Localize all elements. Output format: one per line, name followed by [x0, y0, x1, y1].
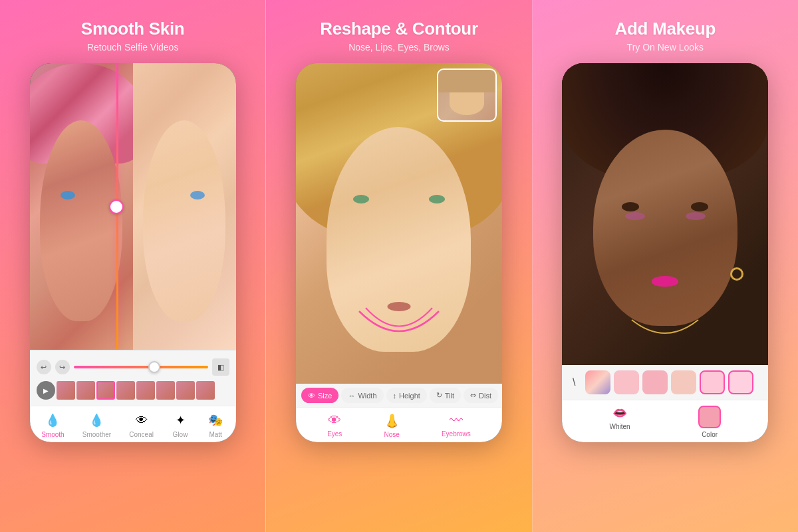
eyes-label: Eyes [327, 430, 342, 438]
gradient-swatch[interactable] [585, 370, 610, 394]
nose-tool[interactable]: 👃 Nose [384, 413, 400, 438]
face-parts-toolbar: 👁 Eyes 👃 Nose 〰 Eyebrows [296, 407, 502, 442]
panel-3-title: Add Makeup [615, 19, 716, 39]
tilt-button[interactable]: ↻ Tilt [430, 388, 461, 403]
face-area-2: ▶ [296, 63, 502, 384]
redo-button[interactable]: ↪ [55, 360, 70, 374]
inset-skin [450, 92, 484, 115]
phone-2-screen: ▶ 👁 Size ↔ Wi [296, 63, 502, 442]
film-frame[interactable] [156, 381, 175, 400]
eyeshadow-left [625, 212, 645, 220]
peach-swatch[interactable] [671, 370, 696, 394]
eyebrows-tool[interactable]: 〰 Eyebrows [442, 413, 471, 438]
dark-skin-face [593, 130, 737, 326]
undo-button[interactable]: ↩ [37, 360, 51, 374]
skin-right [143, 120, 225, 321]
face-right-edited [133, 63, 236, 350]
panel-1-subtitle: Retouch Selfie Videos [87, 42, 179, 53]
film-frame[interactable] [116, 381, 135, 400]
eye-icon: 👁 [308, 392, 315, 400]
tool-conceal[interactable]: 👁 Conceal [129, 412, 154, 438]
color-label: Color [702, 431, 718, 438]
lips-icon: 👄 [612, 406, 627, 420]
tool-smooth[interactable]: 💧 Smooth [41, 412, 64, 438]
film-frame[interactable] [176, 381, 195, 400]
panel-1-title: Smooth Skin [81, 19, 185, 39]
smooth-label: Smooth [41, 431, 64, 438]
split-handle[interactable] [109, 200, 124, 214]
nose-icon: 👃 [384, 413, 400, 429]
dist-icon: ⇔ [470, 391, 476, 400]
phone-1: ↩ ↪ ◧ ▶ [30, 63, 236, 442]
tool-matt[interactable]: 🎭 Matt [207, 412, 224, 438]
phone-1-screen: ↩ ↪ ◧ ▶ [30, 63, 236, 442]
nose-label: Nose [384, 431, 399, 438]
film-frame[interactable] [196, 381, 215, 400]
panel-2-subtitle: Nose, Lips, Eyes, Brows [348, 42, 450, 53]
tool-glow[interactable]: ✦ Glow [172, 412, 189, 438]
eyes-icon: 👁 [328, 413, 341, 428]
eyebrows-label: Eyebrows [442, 430, 471, 438]
matt-icon: 🎭 [207, 412, 224, 429]
contour-curve [346, 305, 452, 358]
glow-icon: ✦ [172, 412, 189, 429]
slider-thumb[interactable] [148, 361, 160, 373]
dist-button[interactable]: ⇔ Dist [464, 388, 498, 403]
inset-hair [438, 70, 495, 92]
compare-button[interactable]: ◧ [212, 358, 229, 376]
film-frame[interactable] [96, 381, 115, 400]
phone-3: ▶ \ [562, 63, 768, 442]
smoother-icon: 💧 [88, 412, 105, 429]
panel-3-subtitle: Try On New Looks [627, 42, 704, 53]
right-eye [190, 191, 205, 200]
eyes-tool[interactable]: 👁 Eyes [327, 413, 342, 438]
necklace-curve [625, 317, 705, 350]
eyeshadow-right [686, 212, 706, 220]
hoop-earring [730, 267, 743, 281]
height-icon: ↕ [393, 392, 397, 400]
panel-add-makeup: Add Makeup Try On New Looks [533, 0, 798, 532]
lips-with-makeup [652, 276, 678, 287]
play-button[interactable]: ▶ [37, 381, 55, 400]
smoother-label: Smoother [82, 431, 111, 438]
face-area-1 [30, 63, 236, 350]
film-frame[interactable] [136, 381, 155, 400]
whiten-label: Whiten [610, 423, 630, 430]
dark-eye-right [691, 202, 708, 211]
selected-swatch[interactable] [700, 370, 725, 394]
height-button[interactable]: ↕ Height [386, 388, 427, 403]
film-frame[interactable] [57, 381, 75, 400]
active-swatch[interactable] [728, 370, 753, 394]
left-eye [61, 191, 75, 200]
face-3-bg [562, 63, 768, 365]
reshape-toolbar: 👁 Size ↔ Width ↕ Height ↻ Tilt ⇔ Dist [296, 384, 502, 407]
adjustment-slider[interactable] [74, 366, 208, 368]
panel-2-title: Reshape & Contour [320, 19, 478, 39]
pink-med-swatch[interactable] [642, 370, 668, 394]
girl-right-eye [429, 195, 445, 203]
glow-label: Glow [173, 431, 188, 438]
width-button[interactable]: ↔ Width [341, 388, 383, 403]
face-area-3: ▶ [562, 63, 768, 365]
panel-reshape-contour: Reshape & Contour Nose, Lips, Eyes, Brow… [265, 0, 532, 532]
size-button[interactable]: 👁 Size [301, 388, 338, 403]
girl-left-eye [353, 195, 369, 203]
smooth-icon: 💧 [44, 412, 61, 429]
inset-comparison-photo [437, 68, 497, 122]
conceal-label: Conceal [129, 431, 154, 438]
eyebrows-icon: 〰 [450, 413, 463, 428]
matt-label: Matt [209, 431, 221, 438]
phone-2: ▶ 👁 Size ↔ Wi [296, 63, 502, 442]
makeup-bottom-tools: 👄 Whiten Color [562, 400, 768, 442]
tilt-icon: ↻ [436, 391, 442, 400]
film-frame[interactable] [76, 381, 95, 400]
phone-3-screen: ▶ \ [562, 63, 768, 442]
whiten-tool[interactable]: 👄 Whiten [610, 406, 630, 438]
controls-area-1: ↩ ↪ ◧ ▶ [30, 350, 236, 406]
panel-smooth-skin: Smooth Skin Retouch Selfie Videos [0, 0, 265, 532]
tool-smoother[interactable]: 💧 Smoother [82, 412, 111, 438]
color-tool[interactable]: Color [698, 406, 721, 438]
slider-row: ↩ ↪ ◧ [37, 356, 229, 378]
pink-light-swatch[interactable] [614, 370, 639, 394]
face-2-bg [296, 63, 502, 384]
